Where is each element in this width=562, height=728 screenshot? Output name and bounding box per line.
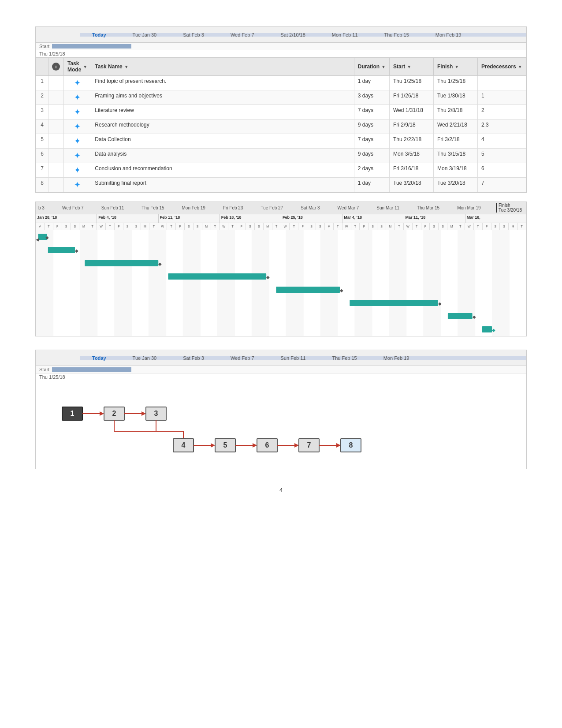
day-cell: S	[430, 223, 439, 230]
row-predecessors	[478, 76, 526, 90]
day-cell: W	[404, 223, 413, 230]
row-duration: 9 days	[354, 119, 389, 134]
col-header-duration: Duration ▼	[354, 58, 389, 76]
day-cell: T	[88, 223, 97, 230]
row-num: 1	[36, 76, 48, 90]
net-start-date: Thu 1/25/18	[36, 373, 526, 381]
day-cell: S	[439, 223, 447, 230]
start-date-display: Thu 1/25/18	[36, 50, 526, 57]
svg-text:◆: ◆	[340, 288, 343, 293]
row-task-name: Literature review	[91, 105, 354, 119]
svg-marker-58	[294, 443, 299, 448]
row-duration: 2 days	[354, 163, 389, 178]
svg-rect-19	[276, 287, 340, 293]
row-start: Tue 3/20/18	[390, 178, 434, 192]
svg-rect-7	[286, 230, 304, 336]
row-start: Thu 1/25/18	[390, 76, 434, 90]
svg-rect-11	[423, 230, 441, 336]
col-header-mode: Task Mode ▼	[64, 58, 91, 76]
timeline-date-2: Sat Feb 3	[183, 32, 204, 37]
row-info	[48, 149, 64, 163]
timeline-date-4: Sat 2/10/18	[281, 32, 305, 37]
svg-rect-20	[350, 300, 438, 306]
row-finish: Fri 3/2/18	[434, 134, 478, 149]
row-info	[48, 105, 64, 119]
row-start: Fri 2/9/18	[390, 119, 434, 134]
day-cell: F	[115, 223, 123, 230]
table-row: 3 ✦ Literature review 7 days Wed 1/31/18…	[36, 105, 526, 119]
svg-text:◆: ◆	[158, 261, 162, 266]
svg-rect-12	[458, 230, 475, 336]
row-start: Fri 1/26/18	[390, 90, 434, 105]
day-cell: W	[281, 223, 290, 230]
row-finish: Thu 1/25/18	[434, 76, 478, 90]
day-cell: T	[395, 223, 404, 230]
day-cell: S	[71, 223, 80, 230]
gantt-chart-timeline: b 3 Wed Feb 7 Sun Feb 11 Thu Feb 15 Mon …	[36, 202, 526, 214]
day-cell: T	[290, 223, 298, 230]
net-today-label: Today	[92, 355, 106, 361]
start-bar	[52, 44, 131, 49]
task-mode-icon: ✦	[74, 108, 81, 116]
timeline-date-1: Tue Jan 30	[133, 32, 157, 37]
row-num: 7	[36, 163, 48, 178]
gantt-day-headers: VTFSSMTWTFSSMTWTFSSMTWTFSSMTWTFSSMTWTFSS…	[36, 223, 526, 230]
timeline-date-7: Mon Feb 19	[435, 32, 462, 37]
svg-rect-1	[80, 230, 97, 336]
day-cell: S	[316, 223, 325, 230]
network-diagram-section: Today Tue Jan 30 Sat Feb 3 Wed Feb 7 Sun…	[35, 350, 527, 469]
svg-text:◆: ◆	[473, 314, 476, 319]
table-row: 1 ✦ Find topic of present research. 1 da…	[36, 76, 526, 90]
day-cell: M	[386, 223, 395, 230]
svg-rect-18	[168, 273, 267, 280]
page-number: 4	[35, 487, 527, 493]
svg-rect-17	[85, 260, 158, 266]
svg-marker-54	[253, 443, 257, 448]
row-finish: Mon 3/19/18	[434, 163, 478, 178]
table-row: 4 ✦ Research methodology 9 days Fri 2/9/…	[36, 119, 526, 134]
row-info	[48, 163, 64, 178]
day-cell: S	[132, 223, 141, 230]
svg-rect-9	[354, 230, 372, 336]
svg-text:8: 8	[349, 441, 353, 449]
start-label: Start	[39, 44, 49, 49]
svg-text:◆: ◆	[75, 248, 78, 253]
start-sort-arrow: ▼	[407, 64, 411, 69]
gantt-table-section: Today Tue Jan 30 Sat Feb 3 Wed Feb 7 Sat…	[35, 26, 527, 193]
table-row: 8 ✦ Submitting final report 1 day Tue 3/…	[36, 178, 526, 192]
day-cell: T	[167, 223, 176, 230]
svg-marker-38	[141, 411, 146, 416]
day-cell: T	[474, 223, 483, 230]
svg-text:◆: ◆	[45, 235, 49, 240]
task-mode-icon: ✦	[74, 93, 81, 102]
col-header-name: Task Name ▼	[91, 58, 354, 76]
task-mode-icon: ✦	[74, 180, 81, 189]
row-task-name: Conclusion and recommendation	[91, 163, 354, 178]
dur-sort-arrow: ▼	[381, 64, 386, 69]
timeline-header: Today Tue Jan 30 Sat Feb 3 Wed Feb 7 Sat…	[36, 27, 526, 43]
row-finish: Thu 3/15/18	[434, 149, 478, 163]
svg-rect-16	[48, 247, 75, 253]
today-label: Today	[92, 32, 106, 37]
row-predecessors: 5	[478, 149, 526, 163]
col-header-num	[36, 58, 48, 76]
timeline-date-3: Wed Feb 7	[231, 32, 254, 37]
day-cell: F	[237, 223, 246, 230]
day-cell: S	[500, 223, 509, 230]
row-mode: ✦	[64, 178, 91, 192]
row-num: 2	[36, 90, 48, 105]
svg-text:4: 4	[182, 441, 186, 449]
svg-rect-4	[183, 230, 201, 336]
row-num: 5	[36, 134, 48, 149]
day-cell: M	[202, 223, 211, 230]
col-header-start: Start ▼	[390, 58, 434, 76]
finish-marker: FinishTue 3/20/18	[496, 203, 522, 213]
day-cell: T	[45, 223, 53, 230]
row-task-name: Framing aims and objectives	[91, 90, 354, 105]
svg-text:5: 5	[223, 441, 227, 449]
row-num: 4	[36, 119, 48, 134]
day-cell: W	[158, 223, 167, 230]
row-duration: 1 day	[354, 76, 389, 90]
start-row: Start	[36, 43, 526, 50]
day-cell: W	[342, 223, 351, 230]
